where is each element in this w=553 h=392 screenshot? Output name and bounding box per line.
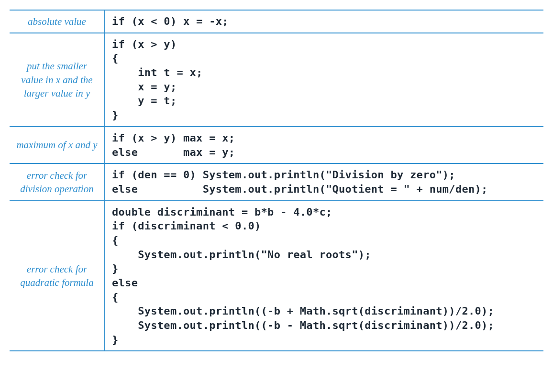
- table-row: error check for quadratic formula double…: [10, 201, 543, 351]
- row-code: if (x < 0) x = -x;: [105, 10, 543, 33]
- table-row: put the smaller value in x and the large…: [10, 33, 543, 127]
- row-code: double discriminant = b*b - 4.0*c; if (d…: [105, 201, 543, 351]
- row-code: if (den == 0) System.out.println("Divisi…: [105, 163, 543, 200]
- row-code: if (x > y) max = x; else max = y;: [105, 127, 543, 163]
- table-row: error check for division operation if (d…: [10, 163, 543, 200]
- table-body: absolute value if (x < 0) x = -x; put th…: [10, 10, 543, 351]
- row-code: if (x > y) { int t = x; x = y; y = t; }: [105, 33, 543, 127]
- row-label: error check for division operation: [10, 163, 105, 200]
- row-label: put the smaller value in x and the large…: [10, 33, 105, 127]
- table-row: absolute value if (x < 0) x = -x;: [10, 10, 543, 33]
- row-label: error check for quadratic formula: [10, 201, 105, 351]
- row-label: absolute value: [10, 10, 105, 33]
- code-examples-table: absolute value if (x < 0) x = -x; put th…: [10, 10, 543, 351]
- row-label: maximum of x and y: [10, 127, 105, 163]
- table-row: maximum of x and y if (x > y) max = x; e…: [10, 127, 543, 163]
